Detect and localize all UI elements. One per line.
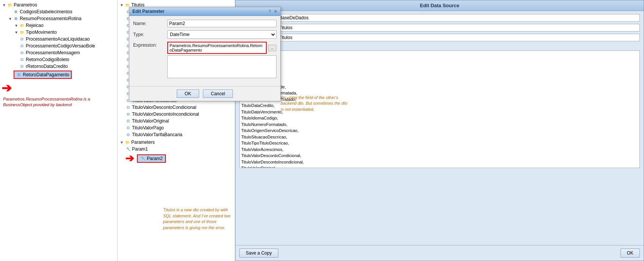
tree-label: Param1 xyxy=(132,146,148,152)
tree-label: TituloValorTarifaBancaria xyxy=(132,132,182,137)
field-icon: ⊡ xyxy=(19,57,25,63)
type-value-container: DateTime xyxy=(167,30,276,39)
expand-rejeicao[interactable]: ▼ xyxy=(14,24,19,28)
tree-item-param2[interactable]: 🔧 Param2 xyxy=(137,154,166,163)
tree-label: TituloValorPago xyxy=(132,125,164,130)
tree-label: RetornoCodigoBoleto xyxy=(26,57,69,62)
tree-item-proc-msg[interactable]: ⊡ ProcessamentoMensagem xyxy=(2,49,116,56)
left-arrow-icon: ➔ xyxy=(2,82,12,94)
table-icon: ⊞ xyxy=(13,9,19,15)
ds-name-input[interactable] xyxy=(277,24,640,31)
tree-item-ret-cod[interactable]: ⊡ RetornoCodigoBoleto xyxy=(2,56,116,63)
right-ok-button[interactable]: OK xyxy=(620,248,640,258)
tree-label: Parametros xyxy=(14,2,37,8)
tree-item-proc-cod[interactable]: ⊡ ProcessamentoCodigoVersaoBole xyxy=(2,42,116,49)
field-icon: ⊡ xyxy=(125,132,131,138)
tree-label: RetoroDataPagamento xyxy=(23,72,69,77)
right-panel-header: Edit Data Source xyxy=(236,0,644,11)
tree-label: Rejeicao xyxy=(26,23,44,28)
type-row: Type: DateTime xyxy=(133,30,276,39)
tree-label: TituloValorDescontoIncondicional xyxy=(132,112,199,117)
tree-label: ProcessamentoCodigoVersaoBole xyxy=(26,43,95,49)
field-icon: ⊡ xyxy=(125,125,131,131)
expand-proc-cod xyxy=(14,44,19,48)
expand-resumo[interactable]: ▼ xyxy=(8,17,13,21)
folder-icon: 📁 xyxy=(19,29,25,35)
tree-label: ResumoProcessamentoRotina xyxy=(20,16,82,21)
help-icon[interactable]: ? xyxy=(269,9,271,14)
field-icon: ⊡ xyxy=(125,118,131,124)
dialog-title: Edit Parameter xyxy=(132,9,165,14)
type-select[interactable]: DateTime xyxy=(167,30,276,39)
field-icon: ⊡ xyxy=(125,104,131,110)
folder-icon: 📁 xyxy=(7,2,13,8)
expand-tipomovimento[interactable]: ▼ xyxy=(14,30,19,35)
right-panel-title: Edit Data Source xyxy=(420,3,459,8)
expand-proc-acao xyxy=(14,37,19,41)
table-icon: ⊞ xyxy=(13,16,19,22)
expand-parametros[interactable]: ▼ xyxy=(2,3,7,7)
tree-item-codigos[interactable]: ⊞ CodigosEstabelecimentos xyxy=(2,8,116,15)
tree-item-valor-desc-incond[interactable]: ⊡ TituloValorDescontoIncondicional xyxy=(119,111,233,118)
name-input[interactable] xyxy=(167,20,276,27)
dialog-controls: ? ✕ xyxy=(269,9,277,14)
close-icon[interactable]: ✕ xyxy=(274,9,277,14)
right-panel: Edit Data Source Name in Source: Name: A… xyxy=(235,0,644,261)
expression-editor-btn[interactable]: ... xyxy=(268,45,276,51)
tree-item-valor-pago[interactable]: ⊡ TituloValorPago xyxy=(119,124,233,131)
tree-item-valor-desc-cond[interactable]: ⊡ TituloValorDescontoCondicional xyxy=(119,104,233,111)
tree-label: Param2 xyxy=(147,156,163,161)
field-icon: ⊡ xyxy=(19,36,25,42)
dialog-annotation-text: I'm using the field of the other's backe… xyxy=(281,95,349,112)
ds-name-row: Name: xyxy=(239,24,640,31)
expand-ret-data-cred xyxy=(14,64,19,69)
expression-row: Expression: Parametros.ResumoProcessamen… xyxy=(133,42,276,79)
tree-item-param1[interactable]: 🔧 Param1 xyxy=(119,146,233,153)
folder-icon: 📁 xyxy=(19,22,25,28)
name-row: Name: xyxy=(133,20,276,27)
tree-label: TituloValorDescontoCondicional xyxy=(132,105,196,110)
save-copy-button[interactable]: Save a Copy xyxy=(239,248,278,258)
expand-proc-msg xyxy=(14,51,19,55)
expression-value-container: Parametros.ResumoProcessamentoRotina.Ret… xyxy=(167,42,276,79)
tree-item-resumo[interactable]: ▼ ⊞ ResumoProcessamentoRotina xyxy=(2,15,116,22)
ok-button[interactable]: OK xyxy=(177,90,199,98)
expression-label: Expression: xyxy=(133,42,167,48)
expression-input[interactable]: Parametros.ResumoProcessamentoRotina.Ret… xyxy=(167,42,267,54)
name-label: Name: xyxy=(133,21,167,26)
tree-item-valor-orig[interactable]: ⊡ TituloValorOriginal xyxy=(119,118,233,124)
name-in-source-input[interactable] xyxy=(277,14,640,22)
cancel-button[interactable]: Cancel xyxy=(203,90,233,98)
tree-item-parameters[interactable]: ▼ 📁 Parameters xyxy=(119,139,233,146)
type-label: Type: xyxy=(133,32,167,37)
right-panel-content: Name in Source: Name: Alias: Query Text:… xyxy=(236,11,644,245)
tree-label: Parameters xyxy=(131,140,155,145)
left-annotation-text: Parametros.ResumoProcessamentoRotina is … xyxy=(3,96,109,108)
param2-arrow-icon: ➔ xyxy=(125,153,134,164)
expand-parameters[interactable]: ▼ xyxy=(119,140,124,145)
field-icon: ⊡ xyxy=(125,111,131,117)
tree-label: CodigosEstabelecimentos xyxy=(20,9,72,14)
tree-item-valor-tarifa[interactable]: ⊡ TituloValorTarifaBancaria xyxy=(119,131,233,138)
tree-item-parametros[interactable]: ▼ 📁 Parametros xyxy=(2,2,116,8)
tree-item-ret-data-cred[interactable]: ⊡ rRetornoDataCredito xyxy=(2,63,116,70)
tree-label: ProcessamentoAcaoLiquidacao xyxy=(26,36,90,42)
expand-codigos xyxy=(8,10,13,14)
dialog-footer: OK Cancel xyxy=(129,86,280,101)
edit-parameter-dialog: Edit Parameter ? ✕ Name: Type: xyxy=(129,7,281,101)
ds-alias-input[interactable] xyxy=(277,34,640,41)
name-in-source-row: Name in Source: xyxy=(239,14,640,22)
ds-alias-row: Alias: xyxy=(239,34,640,41)
dialog-content: Name: Type: DateTime Expres xyxy=(129,16,280,86)
tree-item-tipomovimento[interactable]: ▼ 📁 TipoMovimento xyxy=(2,29,116,36)
expression-textarea[interactable] xyxy=(167,55,276,78)
tree-label: rRetornoDataCredito xyxy=(26,64,68,69)
expand-titulos[interactable]: ▼ xyxy=(119,3,124,7)
tree-item-rejeicao[interactable]: ▼ 📁 Rejeicao xyxy=(2,22,116,29)
param-icon: 🔧 xyxy=(125,146,131,152)
left-tree-panel: ▼ 📁 Parametros ⊞ CodigosEstabelecimentos… xyxy=(0,0,118,261)
field-icon: ⊡ xyxy=(19,50,25,56)
tree-item-ret-data-pag[interactable]: ⊡ RetoroDataPagamento xyxy=(14,71,72,79)
tree-item-proc-acao[interactable]: ⊡ ProcessamentoAcaoLiquidacao xyxy=(2,36,116,42)
right-panel-footer: Save a Copy OK xyxy=(236,245,644,261)
